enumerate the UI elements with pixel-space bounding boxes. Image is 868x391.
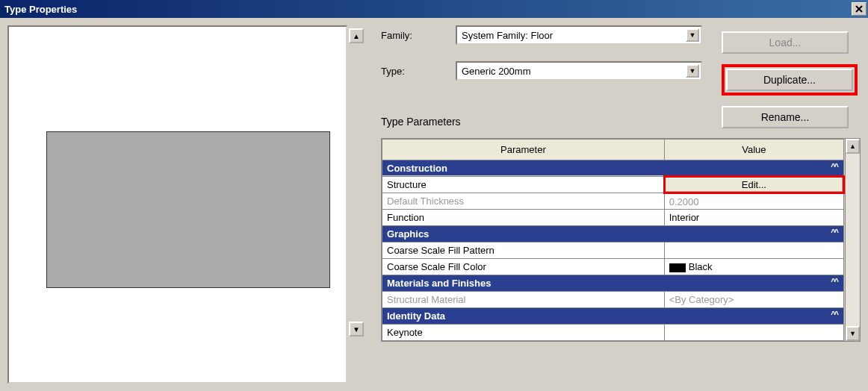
scroll-track[interactable] bbox=[846, 154, 860, 326]
param-default-thickness: Default Thickness bbox=[382, 193, 665, 210]
param-structural-material: Structural Material bbox=[382, 292, 665, 308]
family-label: Family: bbox=[381, 30, 456, 41]
group-graphics[interactable]: Graphics^^ bbox=[382, 226, 844, 243]
rename-button[interactable]: Rename... bbox=[722, 106, 849, 128]
preview-panel: ▲ ▼ bbox=[7, 25, 366, 384]
type-label: Type: bbox=[381, 66, 456, 77]
collapse-icon: ^^ bbox=[831, 277, 837, 286]
chevron-down-icon: ▼ bbox=[686, 28, 699, 42]
val-coarse-pattern[interactable] bbox=[664, 243, 843, 259]
preview-graphic bbox=[46, 131, 330, 288]
col-parameter[interactable]: Parameter bbox=[382, 140, 665, 160]
group-construction[interactable]: Construction^^ bbox=[382, 160, 844, 177]
collapse-icon: ^^ bbox=[831, 162, 837, 171]
row-keynote: Keynote bbox=[382, 325, 844, 341]
family-dropdown[interactable]: System Family: Floor ▼ bbox=[456, 25, 702, 45]
collapse-icon: ^^ bbox=[831, 228, 837, 237]
close-button[interactable] bbox=[852, 2, 867, 16]
duplicate-button[interactable]: Duplicate... bbox=[726, 69, 853, 91]
row-structure: Structure Edit... bbox=[382, 177, 844, 193]
scroll-up-icon[interactable]: ▲ bbox=[846, 139, 860, 154]
titlebar: Type Properties bbox=[0, 0, 868, 18]
param-function: Function bbox=[382, 210, 665, 226]
chevron-down-icon: ▼ bbox=[686, 64, 699, 78]
type-value: Generic 200mm bbox=[462, 66, 530, 77]
preview-scroll-up[interactable]: ▲ bbox=[349, 28, 364, 43]
row-coarse-color: Coarse Scale Fill Color Black bbox=[382, 259, 844, 275]
type-dropdown[interactable]: Generic 200mm ▼ bbox=[456, 61, 702, 81]
properties-panel: Family: System Family: Floor ▼ Type: Gen… bbox=[381, 25, 861, 384]
duplicate-highlight: Duplicate... bbox=[722, 64, 858, 96]
col-value[interactable]: Value bbox=[664, 140, 843, 160]
preview-box: ▲ ▼ bbox=[7, 25, 347, 384]
param-coarse-pattern: Coarse Scale Fill Pattern bbox=[382, 243, 665, 259]
val-coarse-color[interactable]: Black bbox=[664, 259, 843, 275]
group-materials[interactable]: Materials and Finishes^^ bbox=[382, 275, 844, 292]
row-coarse-pattern: Coarse Scale Fill Pattern bbox=[382, 243, 844, 259]
val-function[interactable]: Interior bbox=[664, 210, 843, 226]
row-structural-material: Structural Material <By Category> bbox=[382, 292, 844, 308]
group-identity[interactable]: Identity Data^^ bbox=[382, 308, 844, 325]
family-value: System Family: Floor bbox=[462, 30, 553, 41]
window-title: Type Properties bbox=[4, 4, 77, 15]
edit-button[interactable]: Edit... bbox=[666, 178, 843, 192]
load-button[interactable]: Load... bbox=[722, 31, 849, 54]
dialog-content: ▲ ▼ Family: System Family: Floor ▼ Type:… bbox=[0, 18, 868, 391]
param-structure: Structure bbox=[382, 177, 665, 193]
preview-scroll-down[interactable]: ▼ bbox=[349, 322, 364, 337]
params-scrollbar[interactable]: ▲ ▼ bbox=[845, 139, 860, 341]
row-function: Function Interior bbox=[382, 210, 844, 226]
val-keynote[interactable] bbox=[664, 325, 843, 341]
button-column: Load... Duplicate... Rename... bbox=[722, 31, 858, 128]
val-default-thickness: 0.2000 bbox=[664, 193, 843, 210]
params-table: Parameter Value Construction^^ Structure… bbox=[382, 139, 845, 341]
param-coarse-color: Coarse Scale Fill Color bbox=[382, 259, 665, 275]
param-keynote: Keynote bbox=[382, 325, 665, 341]
params-container: Parameter Value Construction^^ Structure… bbox=[381, 138, 861, 342]
collapse-icon: ^^ bbox=[831, 310, 837, 319]
row-default-thickness: Default Thickness 0.2000 bbox=[382, 193, 844, 210]
val-structural-material[interactable]: <By Category> bbox=[664, 292, 843, 308]
scroll-down-icon[interactable]: ▼ bbox=[846, 326, 860, 341]
color-swatch bbox=[669, 263, 686, 272]
edit-highlight: Edit... bbox=[664, 177, 843, 193]
